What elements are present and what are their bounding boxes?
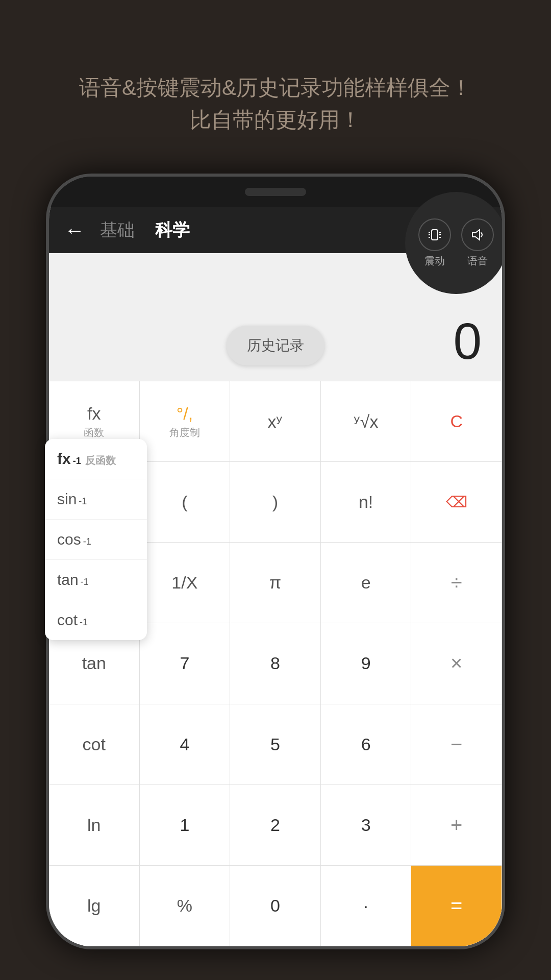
key-_-r6c4[interactable]: =	[411, 866, 502, 946]
key-main-label: n!	[359, 492, 373, 512]
key-main-label: 8	[270, 653, 280, 673]
key-main-label: +	[450, 814, 462, 837]
vibrate-icon	[418, 218, 451, 251]
key-main-label: 6	[361, 734, 371, 754]
key-8-r3c2[interactable]: 8	[230, 623, 321, 704]
key-cot-r4c0[interactable]: cot	[49, 704, 140, 785]
side-menu-label: sin	[57, 491, 77, 508]
key-main-label: −	[450, 733, 462, 756]
side-menu-item-2[interactable]: cos-1	[45, 520, 147, 560]
side-menu-label: cot	[57, 611, 78, 629]
sound-button[interactable]: 语音	[461, 218, 494, 268]
key-_-r3c4[interactable]: ×	[411, 623, 502, 704]
phone-speaker	[245, 188, 306, 196]
key-_-r6c3[interactable]: ·	[321, 866, 412, 946]
key-ln-r5c0[interactable]: ln	[49, 785, 140, 866]
history-button[interactable]: 历史记录	[227, 326, 324, 365]
key-main-label: =	[450, 894, 462, 917]
key-main-label: ⌫	[446, 493, 467, 511]
key-main-label: °/,	[177, 404, 193, 424]
vibrate-button[interactable]: 震动	[418, 218, 451, 268]
back-button[interactable]: ←	[64, 219, 85, 242]
side-menu-item-0[interactable]: fx-1反函数	[45, 439, 147, 479]
key-C-r0c4[interactable]: C	[411, 381, 502, 462]
side-menu: fx-1反函数sin-1cos-1tan-1cot-1	[45, 439, 147, 640]
key-main-label: ÷	[451, 571, 462, 594]
key-main-label: π	[269, 573, 281, 593]
sound-icon	[461, 218, 494, 251]
key-main-label: 9	[361, 653, 371, 673]
side-menu-sup: -1	[73, 456, 81, 467]
nav-icons-panel: 震动 语音	[405, 192, 505, 294]
key-_-r1c4[interactable]: ⌫	[411, 462, 502, 543]
key-4-r4c1[interactable]: 4	[140, 704, 231, 785]
key-main-label: 5	[270, 734, 280, 754]
key-main-label: 3	[361, 815, 371, 835]
key-lg-r6c0[interactable]: lg	[49, 866, 140, 946]
side-menu-sublabel: 反函数	[85, 454, 116, 468]
key-main-label: cot	[83, 734, 106, 754]
key-main-label: )	[272, 492, 278, 512]
key-main-label: 4	[180, 734, 189, 754]
promo-line1: 语音&按键震动&历史记录功能样样俱全！	[31, 71, 520, 104]
sound-label: 语音	[467, 254, 488, 268]
key-sub-label: 角度制	[169, 426, 200, 439]
side-menu-sup: -1	[80, 617, 88, 628]
key-sub-label: 函数	[84, 426, 104, 439]
key-main-label: ·	[363, 896, 368, 916]
key-_-r2c4[interactable]: ÷	[411, 543, 502, 623]
side-menu-item-4[interactable]: cot-1	[45, 600, 147, 640]
key-_-r1c1[interactable]: (	[140, 462, 231, 543]
side-menu-item-3[interactable]: tan-1	[45, 560, 147, 600]
key-6-r4c3[interactable]: 6	[321, 704, 412, 785]
svg-rect-0	[432, 230, 438, 240]
key-1-r5c1[interactable]: 1	[140, 785, 231, 866]
key-main-label: e	[361, 573, 371, 593]
key-main-label: %	[177, 896, 192, 916]
display-value: 0	[453, 312, 482, 371]
key-main-label: 7	[180, 653, 189, 673]
side-menu-sup: -1	[81, 577, 89, 587]
key-7-r3c1[interactable]: 7	[140, 623, 231, 704]
key-_-r2c2[interactable]: π	[230, 543, 321, 623]
key-e-r2c3[interactable]: e	[321, 543, 412, 623]
key-x_-r0c2[interactable]: xʸ	[230, 381, 321, 462]
key-2-r5c2[interactable]: 2	[230, 785, 321, 866]
key-main-label: (	[182, 492, 187, 512]
key-main-label: C	[450, 411, 463, 431]
key-main-label: 1	[180, 815, 189, 835]
key-main-label: 2	[270, 815, 280, 835]
key-5-r4c2[interactable]: 5	[230, 704, 321, 785]
promo-text: 语音&按键震动&历史记录功能样样俱全！ 比自带的更好用！	[0, 71, 551, 136]
key-main-label: ln	[87, 815, 101, 835]
side-menu-sup: -1	[79, 496, 87, 507]
key-main-label: fx	[87, 404, 101, 424]
tab-science[interactable]: 科学	[155, 218, 190, 242]
key-main-label: xʸ	[267, 411, 283, 432]
key-main-label: ʸ√x	[354, 411, 379, 432]
key-main-label: 0	[270, 896, 280, 916]
key-___-r0c1[interactable]: °/,角度制	[140, 381, 231, 462]
side-menu-label: tan	[57, 571, 79, 589]
side-menu-label: fx	[57, 450, 71, 468]
key-9-r3c3[interactable]: 9	[321, 623, 412, 704]
key-_-r1c2[interactable]: )	[230, 462, 321, 543]
key-0-r6c2[interactable]: 0	[230, 866, 321, 946]
side-menu-item-1[interactable]: sin-1	[45, 479, 147, 520]
key-main-label: 1/X	[171, 573, 197, 593]
key-main-label: lg	[87, 896, 101, 916]
key-3-r5c3[interactable]: 3	[321, 785, 412, 866]
key-__x-r0c3[interactable]: ʸ√x	[321, 381, 412, 462]
key-1_X-r2c1[interactable]: 1/X	[140, 543, 231, 623]
key-_-r6c1[interactable]: %	[140, 866, 231, 946]
vibrate-label: 震动	[424, 254, 445, 268]
side-menu-sup: -1	[83, 536, 91, 547]
key-_-r4c4[interactable]: −	[411, 704, 502, 785]
side-menu-label: cos	[57, 531, 81, 548]
key-main-label: tan	[82, 653, 106, 673]
tab-basic[interactable]: 基础	[100, 218, 135, 242]
nav-bar: ← 基础 科学	[49, 207, 502, 253]
key-_-r5c4[interactable]: +	[411, 785, 502, 866]
svg-marker-7	[472, 230, 480, 240]
key-n_-r1c3[interactable]: n!	[321, 462, 412, 543]
